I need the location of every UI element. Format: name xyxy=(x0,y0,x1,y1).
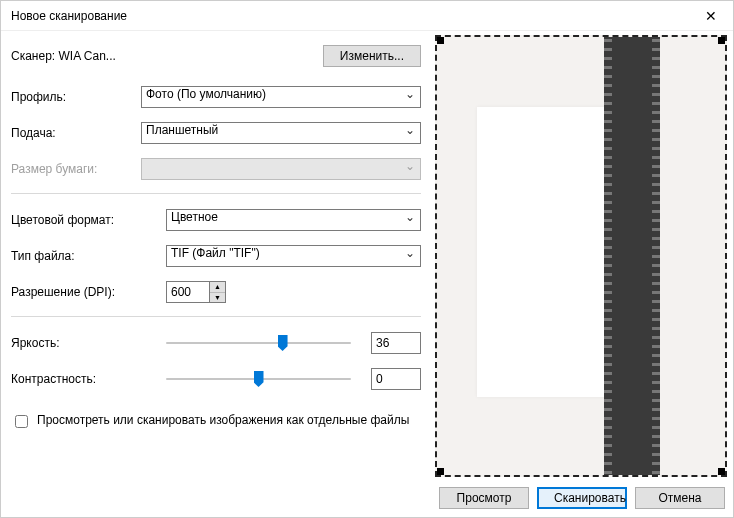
crop-handle-icon[interactable] xyxy=(437,37,444,44)
preview-area[interactable] xyxy=(435,35,727,477)
dpi-label: Разрешение (DPI): xyxy=(11,285,166,299)
brightness-slider[interactable] xyxy=(166,332,351,354)
brightness-label: Яркость: xyxy=(11,336,166,350)
divider xyxy=(11,193,421,194)
preview-paper xyxy=(477,107,607,397)
dpi-spinner[interactable]: ▲ ▼ xyxy=(166,281,226,303)
right-panel: Просмотр Сканировать Отмена xyxy=(431,31,733,517)
contrast-value[interactable] xyxy=(371,368,421,390)
separate-files-checkbox[interactable] xyxy=(15,415,28,428)
change-scanner-button[interactable]: Изменить... xyxy=(323,45,421,67)
scan-button[interactable]: Сканировать xyxy=(537,487,627,509)
color-format-label: Цветовой формат: xyxy=(11,213,166,227)
brightness-value[interactable] xyxy=(371,332,421,354)
footer-buttons: Просмотр Сканировать Отмена xyxy=(435,477,727,511)
preview-button[interactable]: Просмотр xyxy=(439,487,529,509)
settings-panel: Сканер: WIA Can... Изменить... Профиль: … xyxy=(1,31,431,517)
slider-thumb-icon[interactable] xyxy=(278,335,288,351)
profile-label: Профиль: xyxy=(11,90,141,104)
window-title: Новое сканирование xyxy=(11,9,127,23)
source-label: Подача: xyxy=(11,126,141,140)
close-button[interactable]: ✕ xyxy=(688,1,733,31)
crop-handle-icon[interactable] xyxy=(718,37,725,44)
crop-handle-icon[interactable] xyxy=(718,468,725,475)
dpi-down-icon[interactable]: ▼ xyxy=(210,293,225,303)
divider xyxy=(11,316,421,317)
preview-film-strip xyxy=(604,37,660,475)
crop-handle-icon[interactable] xyxy=(437,468,444,475)
contrast-slider[interactable] xyxy=(166,368,351,390)
paper-size-label: Размер бумаги: xyxy=(11,162,141,176)
paper-size-select xyxy=(141,158,421,180)
content: Сканер: WIA Can... Изменить... Профиль: … xyxy=(1,31,733,517)
scanner-label: Сканер: WIA Can... xyxy=(11,49,323,63)
dpi-up-icon[interactable]: ▲ xyxy=(210,282,225,293)
dpi-input[interactable] xyxy=(167,282,209,302)
file-type-select[interactable]: TIF (Файл "TIF") xyxy=(166,245,421,267)
contrast-label: Контрастность: xyxy=(11,372,166,386)
scan-dialog: Новое сканирование ✕ Сканер: WIA Can... … xyxy=(0,0,734,518)
titlebar: Новое сканирование ✕ xyxy=(1,1,733,31)
close-icon: ✕ xyxy=(705,8,717,24)
slider-thumb-icon[interactable] xyxy=(254,371,264,387)
file-type-label: Тип файла: xyxy=(11,249,166,263)
profile-select[interactable]: Фото (По умолчанию) xyxy=(141,86,421,108)
source-select[interactable]: Планшетный xyxy=(141,122,421,144)
cancel-button[interactable]: Отмена xyxy=(635,487,725,509)
separate-files-label: Просмотреть или сканировать изображения … xyxy=(37,413,409,429)
color-format-select[interactable]: Цветное xyxy=(166,209,421,231)
